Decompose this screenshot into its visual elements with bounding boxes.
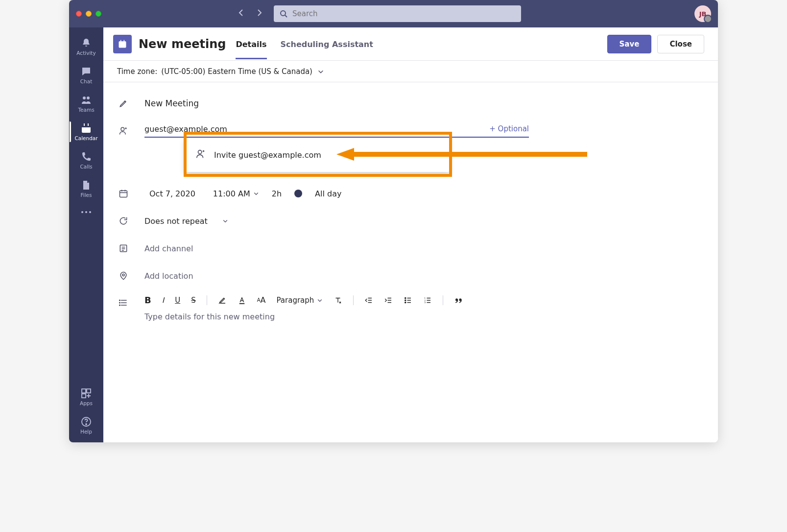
recurrence-dropdown[interactable]: Does not repeat [144,217,228,226]
tab-scheduling-assistant[interactable]: Scheduling Assistant [281,29,373,59]
richtext-toolbar: B I U S AA Paragraph [144,295,704,305]
add-person-icon [195,148,206,161]
quote-button[interactable] [454,296,463,305]
svg-point-27 [405,299,406,300]
location-row: Add location [117,267,704,284]
svg-rect-17 [120,40,121,42]
channel-input[interactable]: Add channel [144,244,704,253]
apps-icon [80,387,92,399]
page-title: New meeting [139,37,226,51]
search-icon [280,10,287,18]
timezone-bar[interactable]: Time zone: (UTC-05:00) Eastern Time (US … [103,61,718,82]
rail-apps[interactable]: Apps [70,383,103,411]
tab-details[interactable]: Details [236,29,266,59]
rail-activity[interactable]: Activity [70,32,103,61]
window-controls [76,11,101,17]
clear-formatting-button[interactable] [334,296,342,305]
svg-point-15 [86,424,87,425]
teams-icon [80,94,92,106]
nav-back-icon[interactable] [238,9,245,19]
rail-calls[interactable]: Calls [70,146,103,174]
file-icon [80,179,92,191]
underline-button[interactable]: U [175,296,180,305]
separator [207,295,207,305]
rail-label: Help [80,429,92,435]
datetime-row: Oct 7, 2020 11:00 AM 2h All day [117,185,704,202]
svg-point-8 [81,211,83,213]
start-date-picker[interactable]: Oct 7, 2020 [144,187,200,200]
search-input[interactable] [292,9,515,18]
allday-toggle[interactable] [294,190,302,197]
pencil-icon [117,98,130,108]
title-input[interactable]: New Meeting [144,98,704,108]
svg-rect-12 [87,389,91,393]
location-icon [117,271,130,281]
header-tabs: Details Scheduling Assistant [236,29,373,59]
bell-icon [80,37,92,49]
details-row: B I U S AA Paragraph [117,295,704,321]
svg-point-22 [122,274,124,276]
duration-label: 2h [272,189,282,198]
search-box[interactable] [274,5,521,22]
number-list-button[interactable]: 123 [423,296,432,305]
outdent-button[interactable] [364,296,373,305]
chevron-down-icon [253,191,259,196]
more-icon [80,211,92,213]
bold-button[interactable]: B [144,295,151,305]
highlight-button[interactable] [218,296,227,305]
rail-label: Apps [80,400,93,406]
svg-point-32 [198,150,202,154]
rail-chat[interactable]: Chat [70,61,103,89]
svg-rect-7 [88,123,89,126]
paragraph-dropdown[interactable]: Paragraph [276,296,323,305]
svg-point-9 [85,211,87,213]
svg-point-2 [83,97,86,99]
calendar-icon [80,122,92,134]
recurrence-icon [117,216,130,226]
content: New meeting Details Scheduling Assistant… [103,27,718,442]
minimize-window[interactable] [86,11,92,17]
rail-label: Activity [76,50,95,56]
svg-point-26 [405,297,406,298]
rail-label: Files [80,192,92,198]
calendar-outline-icon [117,189,130,198]
attendees-row: guest@example.com + Optional [117,122,704,139]
start-time-picker[interactable]: 11:00 AM [213,189,259,198]
rail-teams[interactable]: Teams [70,89,103,118]
maximize-window[interactable] [95,11,101,17]
svg-rect-18 [124,40,125,42]
close-window[interactable] [76,11,82,17]
page-header: New meeting Details Scheduling Assistant… [103,27,718,61]
rail-help[interactable]: Help [70,411,103,439]
svg-point-23 [119,300,120,301]
invite-suggestion[interactable]: Invite guest@example.com [185,138,450,172]
font-color-button[interactable] [238,296,246,305]
toggle-dot-icon [294,190,302,197]
indent-button[interactable] [384,296,393,305]
nav-forward-icon[interactable] [255,9,263,19]
bullet-list-button[interactable] [404,296,412,305]
separator [443,295,443,305]
channel-icon [117,243,130,253]
rail-calendar[interactable]: Calendar [70,118,103,146]
location-input[interactable]: Add location [144,271,704,281]
font-size-button[interactable]: AA [257,295,266,305]
add-optional-link[interactable]: + Optional [489,124,529,133]
details-textarea[interactable]: Type details for this new meeting [144,312,704,321]
time-value: 11:00 AM [213,189,250,198]
svg-rect-6 [84,123,85,126]
rail-files[interactable]: Files [70,174,103,203]
attendee-input[interactable]: guest@example.com [144,124,483,134]
strike-button[interactable]: S [191,296,196,305]
titlebar: JB [69,0,718,27]
svg-point-0 [281,11,286,16]
close-button[interactable]: Close [657,35,704,53]
allday-label: All day [315,189,341,198]
italic-button[interactable]: I [162,296,164,305]
save-button[interactable]: Save [607,35,652,53]
svg-point-3 [87,97,90,99]
rail-more[interactable] [69,203,103,221]
svg-text:3: 3 [425,301,426,304]
avatar[interactable]: JB [694,5,711,22]
svg-point-10 [89,211,91,213]
